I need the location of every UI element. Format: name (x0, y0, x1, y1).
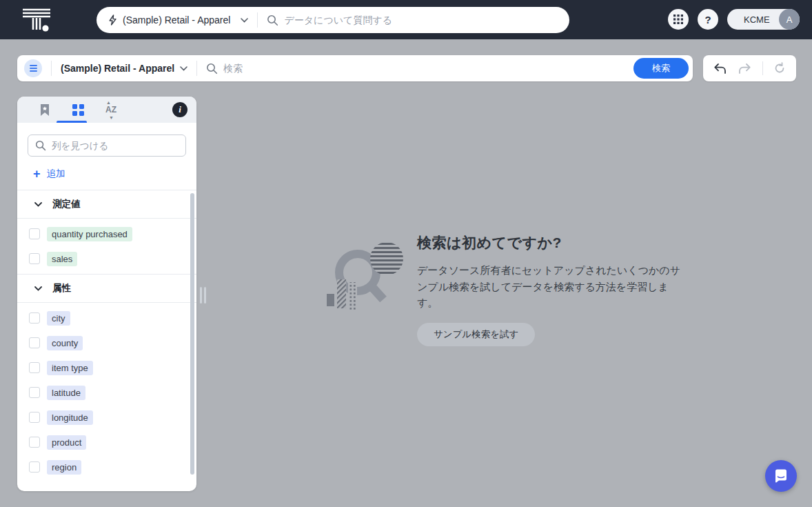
list-item: city (17, 306, 196, 330)
list-item: quantity purchased (17, 221, 196, 246)
history-controls (703, 55, 796, 81)
search-icon (206, 63, 218, 74)
chat-launcher-button[interactable] (765, 460, 797, 492)
measures-list: quantity purchased sales (17, 219, 196, 274)
column-chip[interactable]: latitude (47, 386, 85, 400)
tab-sort-az[interactable]: AZ▲▼ (103, 101, 119, 118)
find-columns-box (28, 135, 186, 157)
info-icon: i (179, 104, 181, 115)
columns-panel: AZ▲▼ i + 追加 測定値 quantity purchased sales (17, 97, 196, 491)
undo-button[interactable] (712, 61, 728, 76)
navbar-right-group: ? KCME A (668, 9, 800, 30)
thoughtspot-logo-icon[interactable] (21, 6, 52, 34)
search-icon (35, 140, 46, 151)
bolt-icon (108, 14, 118, 26)
column-chip[interactable]: item type (47, 361, 93, 375)
global-ask-bar: (Sample) Retail - Apparel (97, 7, 569, 33)
column-chip[interactable]: quantity purchased (47, 227, 132, 241)
question-mark-icon: ? (704, 14, 711, 26)
info-button[interactable]: i (172, 102, 187, 117)
chevron-down-icon (34, 202, 42, 207)
checkbox[interactable] (29, 437, 40, 448)
reset-button[interactable] (772, 61, 787, 76)
column-chip[interactable]: city (47, 311, 70, 326)
column-chip[interactable]: sales (47, 252, 77, 266)
chevron-down-icon (34, 286, 42, 291)
list-item: item type (17, 355, 196, 380)
navbar-datasource-label: (Sample) Retail - Apparel (123, 14, 230, 26)
checkbox[interactable] (29, 412, 40, 423)
ask-data-input[interactable] (284, 14, 558, 26)
apps-grid-button[interactable] (668, 9, 689, 30)
search-toolbar: (Sample) Retail - Apparel 検索 (17, 55, 693, 81)
panel-tabs: AZ▲▼ i (17, 97, 196, 123)
tab-all-columns[interactable] (70, 101, 86, 118)
divider (257, 12, 258, 28)
search-query-input[interactable] (223, 63, 633, 74)
top-navbar: (Sample) Retail - Apparel ? K (0, 0, 812, 39)
checkbox[interactable] (29, 461, 40, 473)
list-item: region (17, 455, 196, 479)
sort-az-icon: AZ▲▼ (105, 105, 116, 115)
search-illustration-icon (323, 239, 404, 312)
divider (196, 61, 197, 76)
toolbar-datasource-label[interactable]: (Sample) Retail - Apparel (61, 63, 174, 74)
plus-icon: + (33, 169, 41, 179)
checkbox[interactable] (29, 337, 40, 348)
empty-state-title: 検索は初めてですか? (417, 233, 686, 252)
empty-state-description: データソース所有者にセットアップされたいくつかのサンプル検索を試してデータを検索… (417, 262, 686, 311)
help-button[interactable]: ? (698, 9, 718, 30)
scrollbar[interactable] (190, 193, 194, 475)
tab-bookmarks[interactable] (37, 101, 53, 118)
active-tab-indicator (57, 121, 87, 123)
grid-4-icon (72, 104, 84, 116)
reset-icon (773, 62, 786, 74)
data-panel-toggle-icon[interactable] (24, 59, 42, 77)
checkbox[interactable] (29, 312, 40, 324)
account-name: KCME (727, 14, 778, 25)
account-menu[interactable]: KCME A (727, 9, 800, 30)
column-chip[interactable]: county (47, 336, 83, 350)
undo-icon (713, 63, 727, 74)
try-sample-search-button[interactable]: サンプル検索を試す (417, 323, 535, 346)
find-columns-input[interactable] (52, 141, 179, 151)
list-item: latitude (17, 380, 196, 405)
list-item: longitude (17, 405, 196, 430)
chat-bubble-icon (773, 468, 789, 484)
divider (762, 61, 763, 75)
attributes-list: city county item type latitude longitude… (17, 303, 196, 482)
checkbox[interactable] (29, 362, 40, 373)
search-go-button[interactable]: 検索 (633, 58, 689, 79)
divider (51, 61, 52, 76)
chevron-down-icon (241, 18, 248, 23)
section-header-measures[interactable]: 測定値 (17, 190, 196, 219)
column-chip[interactable]: region (47, 460, 81, 475)
add-column-button[interactable]: + 追加 (33, 168, 81, 180)
avatar: A (779, 9, 800, 30)
checkbox[interactable] (29, 387, 40, 398)
section-header-attributes[interactable]: 属性 (17, 274, 196, 303)
bookmark-star-icon (39, 103, 50, 117)
navbar-datasource-selector[interactable]: (Sample) Retail - Apparel (108, 14, 248, 26)
grid-9-icon (673, 14, 683, 24)
column-chip[interactable]: product (47, 435, 86, 450)
column-chip[interactable]: longitude (47, 410, 93, 425)
chevron-down-icon[interactable] (180, 66, 187, 71)
list-item: county (17, 330, 196, 355)
checkbox[interactable] (29, 228, 40, 239)
panel-resize-handle[interactable] (200, 287, 206, 304)
list-item: sales (17, 246, 196, 271)
redo-icon (738, 63, 751, 74)
redo-button[interactable] (737, 61, 753, 76)
empty-state: 検索は初めてですか? データソース所有者にセットアップされたいくつかのサンプル検… (417, 233, 686, 346)
checkbox[interactable] (29, 253, 40, 264)
list-item: product (17, 430, 196, 455)
search-icon (267, 14, 278, 26)
